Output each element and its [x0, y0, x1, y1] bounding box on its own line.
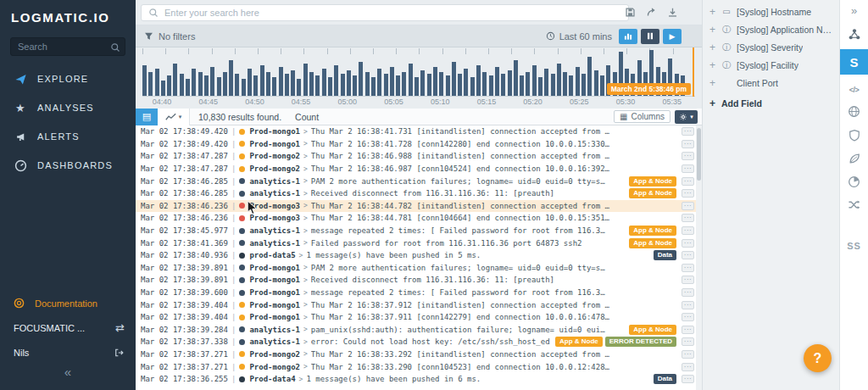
help-button[interactable]: ?: [804, 344, 832, 372]
row-more-button[interactable]: ···: [682, 313, 694, 321]
source-caret: >: [303, 128, 308, 136]
shuffle-icon[interactable]: [840, 199, 868, 210]
main-search-input[interactable]: [164, 8, 621, 18]
download-icon[interactable]: [667, 7, 678, 18]
log-row[interactable]: Mar 02 17:38:47.287 | Prod-mongo2 > Thu …: [136, 163, 696, 176]
code-tab[interactable]: </>: [840, 86, 868, 94]
log-row[interactable]: Mar 02 17:38:40.936 | prod-data5 > 1 mes…: [136, 249, 696, 262]
separator: |: [231, 189, 236, 198]
chart-type-dropdown[interactable]: ▾: [158, 109, 190, 125]
field-item[interactable]: +ⓘ[Syslog] Facility: [703, 56, 839, 74]
chart-toggle-button[interactable]: [619, 29, 637, 44]
syslog-tab-active[interactable]: S: [840, 49, 868, 75]
log-row[interactable]: Mar 02 17:38:39.404 | Prod-mongo1 > Thu …: [136, 311, 696, 324]
columns-button[interactable]: ▦ Columns: [614, 110, 670, 123]
row-more-button[interactable]: ···: [682, 189, 694, 198]
log-row[interactable]: Mar 02 17:38:39.284 | analytics-1 > pam_…: [136, 324, 696, 337]
save-icon[interactable]: [625, 7, 636, 18]
row-more-button[interactable]: ···: [682, 164, 694, 173]
pie-chart-icon[interactable]: [840, 176, 868, 188]
log-row[interactable]: Mar 02 17:38:37.338 | analytics-1 > erro…: [136, 336, 696, 348]
field-item[interactable]: +Client Port: [703, 74, 839, 92]
row-more-button[interactable]: ···: [682, 363, 694, 371]
row-more-button[interactable]: ···: [682, 264, 694, 272]
filter-bar-right: Last 60 mins ▶: [546, 29, 682, 44]
sidebar-item-user[interactable]: Nils: [0, 340, 136, 365]
sidebar-item-analyses[interactable]: ★ ANALYSES: [0, 93, 136, 122]
sidebar-item-documentation[interactable]: Documentation: [0, 291, 136, 315]
metric-selector[interactable]: Count: [295, 112, 319, 122]
log-row[interactable]: Mar 02 17:38:37.271 | Prod-mongo2 > Thu …: [136, 348, 696, 361]
export-icon[interactable]: [646, 7, 657, 18]
row-more-button[interactable]: ···: [682, 226, 694, 235]
filter-status[interactable]: No filters: [144, 31, 195, 42]
scrollbar-thumb[interactable]: [697, 128, 701, 181]
row-more-button[interactable]: ···: [682, 337, 694, 346]
log-row[interactable]: Mar 02 17:38:45.977 | analytics-1 > mess…: [136, 225, 696, 237]
log-row[interactable]: Mar 02 17:38:46.236 | Prod-mongo3 > Thu …: [136, 212, 696, 225]
sidebar-item-explore[interactable]: EXPLORE: [0, 64, 136, 93]
settings-dropdown-button[interactable]: ▾: [675, 110, 698, 124]
log-source: Prod-mongo2: [249, 363, 300, 371]
separator: |: [231, 301, 236, 309]
log-histogram[interactable]: March 2nd 5:38:46 pm 04:4004:4504:5004:5…: [136, 47, 702, 109]
shield-icon[interactable]: [840, 129, 868, 142]
list-view-button[interactable]: ▤: [136, 109, 158, 125]
field-item[interactable]: +ⓘ[Syslog] Severity: [703, 38, 839, 56]
fields-panel: +▭[Syslog] Hostname+ⓘ[Syslog] Applicatio…: [702, 0, 839, 390]
log-timestamp: Mar 02 17:38:40.936: [141, 251, 228, 259]
expand-panel-button[interactable]: »: [840, 4, 868, 17]
row-more-button[interactable]: ···: [682, 140, 694, 148]
log-row[interactable]: Mar 02 17:38:39.404 | Prod-mongo1 > Thu …: [136, 298, 696, 311]
row-more-button[interactable]: ···: [682, 301, 694, 309]
ss-tab[interactable]: SS: [840, 241, 868, 251]
log-scrollbar[interactable]: [696, 125, 702, 390]
severity-dot: [239, 290, 245, 296]
add-field-button[interactable]: + Add Field: [703, 92, 839, 115]
sidebar-collapse-button[interactable]: «: [0, 365, 136, 383]
row-more-button[interactable]: ···: [682, 375, 694, 383]
row-more-button[interactable]: ···: [682, 251, 694, 259]
globe-icon[interactable]: [840, 105, 868, 118]
log-row[interactable]: Mar 02 17:38:41.369 | analytics-1 > Fail…: [136, 237, 696, 249]
row-more-button[interactable]: ···: [682, 276, 694, 284]
log-row[interactable]: Mar 02 17:38:46.285 | analytics-1 > PAM …: [136, 175, 696, 187]
row-more-button[interactable]: ···: [682, 350, 694, 359]
row-more-button[interactable]: ···: [682, 177, 694, 186]
row-more-button[interactable]: ···: [682, 326, 694, 334]
pause-button[interactable]: [641, 29, 659, 44]
sidebar-item-account[interactable]: FOCUSMATIC ... ⇄: [0, 315, 136, 340]
log-row[interactable]: Mar 02 17:38:39.891 | Prod-mongo1 > PAM …: [136, 262, 696, 275]
row-more-button[interactable]: ···: [682, 202, 694, 210]
histogram-x-axis: 04:4004:4504:5004:5505:0005:0505:1005:15…: [142, 98, 695, 108]
log-row[interactable]: Mar 02 17:38:47.287 | Prod-mongo2 > Thu …: [136, 150, 696, 163]
row-more-button[interactable]: ···: [682, 288, 694, 297]
leaf-icon[interactable]: [840, 153, 868, 164]
sidebar-item-dashboards[interactable]: DASHBOARDS: [0, 151, 136, 180]
log-message: message repeated 2 times: [ Failed passw…: [311, 288, 671, 297]
play-button[interactable]: ▶: [663, 29, 682, 44]
histogram-bar: [464, 69, 468, 96]
source-caret: >: [303, 165, 308, 173]
log-row[interactable]: Mar 02 17:38:49.420 | Prod-mongo1 > Thu …: [136, 138, 696, 151]
histogram-bar: [557, 64, 561, 96]
log-row[interactable]: Mar 02 17:38:46.236 | Prod-mongo3 > Thu …: [136, 200, 696, 213]
log-row[interactable]: Mar 02 17:38:49.420 | Prod-mongo1 > Thu …: [136, 125, 696, 138]
row-more-button[interactable]: ···: [682, 214, 694, 222]
field-item[interactable]: +ⓘ[Syslog] Application N…: [703, 20, 839, 38]
log-row[interactable]: Mar 02 17:38:37.271 | Prod-mongo2 > Thu …: [136, 360, 696, 373]
time-range-button[interactable]: Last 60 mins: [546, 31, 612, 42]
log-message: 1 message(s) have been pushed in 5 ms.: [306, 251, 648, 259]
row-more-button[interactable]: ···: [682, 239, 694, 248]
log-row[interactable]: Mar 02 17:38:46.285 | analytics-1 > Rece…: [136, 187, 696, 200]
row-more-button[interactable]: ···: [682, 127, 694, 136]
cluster-icon[interactable]: [840, 28, 868, 41]
log-row[interactable]: Mar 02 17:38:36.255 | Prod-data4 > 1 mes…: [136, 373, 696, 386]
row-more-button[interactable]: ···: [682, 152, 694, 160]
log-row[interactable]: Mar 02 17:38:39.891 | Prod-mongo1 > Rece…: [136, 274, 696, 287]
brand-logo[interactable]: LOGMATIC.IO: [0, 0, 136, 34]
sidebar-item-alerts[interactable]: ALERTS: [0, 122, 136, 151]
field-item[interactable]: +▭[Syslog] Hostname: [703, 3, 839, 20]
log-row[interactable]: Mar 02 17:38:39.600 | Prod-mongo1 > mess…: [136, 287, 696, 299]
sidebar-search-input[interactable]: [10, 37, 125, 56]
